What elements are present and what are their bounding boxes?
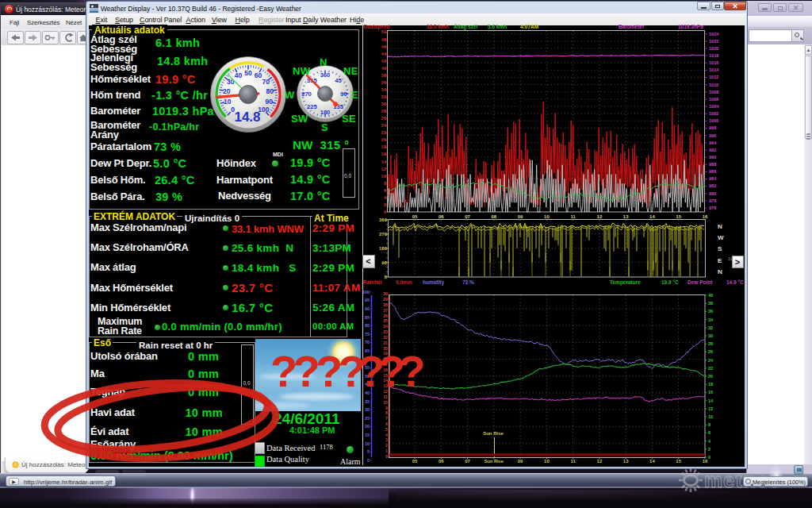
svg-text:?: ? — [398, 346, 425, 396]
